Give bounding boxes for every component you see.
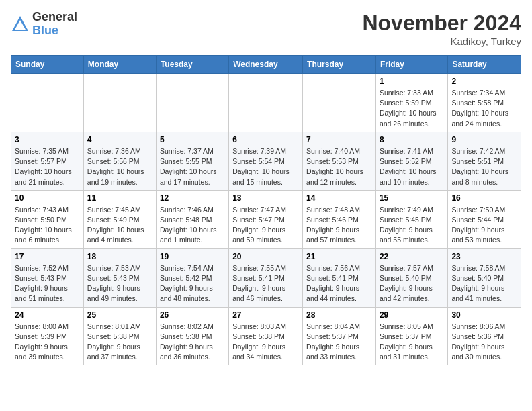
day-number: 18 <box>87 252 152 261</box>
day-info: Sunrise: 7:47 AMSunset: 5:47 PMDaylight:… <box>232 205 299 246</box>
calendar-cell: 30Sunrise: 8:06 AMSunset: 5:36 PMDayligh… <box>448 307 521 365</box>
logo-icon <box>11 15 30 34</box>
calendar-cell: 3Sunrise: 7:35 AMSunset: 5:57 PMDaylight… <box>11 132 84 190</box>
calendar-cell: 1Sunrise: 7:33 AMSunset: 5:59 PMDaylight… <box>375 74 447 132</box>
day-number: 12 <box>160 193 225 203</box>
day-number: 15 <box>380 193 444 203</box>
weekday-header: Thursday <box>303 56 376 74</box>
calendar-cell: 16Sunrise: 7:50 AMSunset: 5:44 PMDayligh… <box>448 190 521 248</box>
day-number: 6 <box>232 135 299 144</box>
day-number: 25 <box>87 310 152 320</box>
day-number: 9 <box>451 135 517 144</box>
day-info: Sunrise: 7:34 AMSunset: 5:58 PMDaylight:… <box>451 88 517 129</box>
calendar-cell: 24Sunrise: 8:00 AMSunset: 5:39 PMDayligh… <box>11 307 84 365</box>
day-info: Sunrise: 7:43 AMSunset: 5:50 PMDaylight:… <box>15 205 80 246</box>
day-number: 26 <box>160 310 225 320</box>
day-number: 13 <box>232 193 299 203</box>
calendar-cell: 5Sunrise: 7:37 AMSunset: 5:55 PMDaylight… <box>156 132 228 190</box>
day-info: Sunrise: 7:52 AMSunset: 5:43 PMDaylight:… <box>15 263 80 304</box>
calendar-cell: 13Sunrise: 7:47 AMSunset: 5:47 PMDayligh… <box>229 190 303 248</box>
day-info: Sunrise: 8:02 AMSunset: 5:38 PMDaylight:… <box>160 322 225 363</box>
weekday-header-row: SundayMondayTuesdayWednesdayThursdayFrid… <box>11 56 521 74</box>
calendar-cell: 10Sunrise: 7:43 AMSunset: 5:50 PMDayligh… <box>11 190 84 248</box>
calendar-cell: 15Sunrise: 7:49 AMSunset: 5:45 PMDayligh… <box>375 190 447 248</box>
day-number: 16 <box>451 193 517 203</box>
day-number: 2 <box>451 77 517 86</box>
day-info: Sunrise: 8:01 AMSunset: 5:38 PMDaylight:… <box>87 322 152 363</box>
day-number: 11 <box>87 193 152 203</box>
calendar-cell <box>229 74 303 132</box>
logo: General Blue <box>11 11 77 38</box>
calendar-cell: 18Sunrise: 7:53 AMSunset: 5:43 PMDayligh… <box>83 248 156 307</box>
day-number: 27 <box>232 310 299 320</box>
calendar-cell: 8Sunrise: 7:41 AMSunset: 5:52 PMDaylight… <box>375 132 447 190</box>
day-info: Sunrise: 8:00 AMSunset: 5:39 PMDaylight:… <box>15 322 80 363</box>
calendar-cell: 19Sunrise: 7:54 AMSunset: 5:42 PMDayligh… <box>156 248 228 307</box>
day-number: 21 <box>306 252 372 261</box>
day-number: 30 <box>451 310 517 320</box>
day-info: Sunrise: 7:53 AMSunset: 5:43 PMDaylight:… <box>87 263 152 304</box>
title-block: November 2024 Kadikoy, Turkey <box>362 11 521 47</box>
day-info: Sunrise: 7:42 AMSunset: 5:51 PMDaylight:… <box>451 146 517 187</box>
day-number: 24 <box>15 310 80 320</box>
calendar-cell: 4Sunrise: 7:36 AMSunset: 5:56 PMDaylight… <box>83 132 156 190</box>
calendar-cell <box>303 74 376 132</box>
day-number: 10 <box>15 193 80 203</box>
weekday-header: Tuesday <box>156 56 228 74</box>
weekday-header: Saturday <box>448 56 521 74</box>
day-info: Sunrise: 7:39 AMSunset: 5:54 PMDaylight:… <box>232 146 299 187</box>
calendar-week-row: 3Sunrise: 7:35 AMSunset: 5:57 PMDaylight… <box>11 132 521 190</box>
calendar-body: 1Sunrise: 7:33 AMSunset: 5:59 PMDaylight… <box>11 74 521 365</box>
calendar-cell: 21Sunrise: 7:56 AMSunset: 5:41 PMDayligh… <box>303 248 376 307</box>
calendar-cell: 7Sunrise: 7:40 AMSunset: 5:53 PMDaylight… <box>303 132 376 190</box>
calendar-cell: 14Sunrise: 7:48 AMSunset: 5:46 PMDayligh… <box>303 190 376 248</box>
logo-blue: Blue <box>32 24 77 38</box>
weekday-header: Wednesday <box>229 56 303 74</box>
day-info: Sunrise: 7:50 AMSunset: 5:44 PMDaylight:… <box>451 205 517 246</box>
day-number: 8 <box>380 135 444 144</box>
day-number: 22 <box>380 252 444 261</box>
logo-general: General <box>32 11 77 24</box>
calendar-cell <box>156 74 228 132</box>
month-title: November 2024 <box>362 11 521 36</box>
day-number: 1 <box>380 77 444 86</box>
calendar-cell: 23Sunrise: 7:58 AMSunset: 5:40 PMDayligh… <box>448 248 521 307</box>
calendar-cell: 17Sunrise: 7:52 AMSunset: 5:43 PMDayligh… <box>11 248 84 307</box>
calendar-cell: 6Sunrise: 7:39 AMSunset: 5:54 PMDaylight… <box>229 132 303 190</box>
day-info: Sunrise: 7:35 AMSunset: 5:57 PMDaylight:… <box>15 146 80 187</box>
day-info: Sunrise: 8:03 AMSunset: 5:38 PMDaylight:… <box>232 322 299 363</box>
calendar-week-row: 10Sunrise: 7:43 AMSunset: 5:50 PMDayligh… <box>11 190 521 248</box>
day-info: Sunrise: 7:54 AMSunset: 5:42 PMDaylight:… <box>160 263 225 304</box>
day-info: Sunrise: 7:36 AMSunset: 5:56 PMDaylight:… <box>87 146 152 187</box>
day-info: Sunrise: 7:45 AMSunset: 5:49 PMDaylight:… <box>87 205 152 246</box>
day-number: 29 <box>380 310 444 320</box>
day-info: Sunrise: 7:33 AMSunset: 5:59 PMDaylight:… <box>380 88 444 129</box>
day-info: Sunrise: 7:57 AMSunset: 5:40 PMDaylight:… <box>380 263 444 304</box>
logo-text: General Blue <box>32 11 77 38</box>
day-info: Sunrise: 7:41 AMSunset: 5:52 PMDaylight:… <box>380 146 444 187</box>
weekday-header: Sunday <box>11 56 84 74</box>
day-info: Sunrise: 7:37 AMSunset: 5:55 PMDaylight:… <box>160 146 225 187</box>
calendar-table: SundayMondayTuesdayWednesdayThursdayFrid… <box>11 55 521 365</box>
calendar-week-row: 24Sunrise: 8:00 AMSunset: 5:39 PMDayligh… <box>11 307 521 365</box>
calendar-cell: 2Sunrise: 7:34 AMSunset: 5:58 PMDaylight… <box>448 74 521 132</box>
day-info: Sunrise: 7:49 AMSunset: 5:45 PMDaylight:… <box>380 205 444 246</box>
location: Kadikoy, Turkey <box>362 36 521 47</box>
day-number: 19 <box>160 252 225 261</box>
calendar-cell: 29Sunrise: 8:05 AMSunset: 5:37 PMDayligh… <box>375 307 447 365</box>
calendar-cell: 20Sunrise: 7:55 AMSunset: 5:41 PMDayligh… <box>229 248 303 307</box>
calendar-cell: 11Sunrise: 7:45 AMSunset: 5:49 PMDayligh… <box>83 190 156 248</box>
calendar-cell: 12Sunrise: 7:46 AMSunset: 5:48 PMDayligh… <box>156 190 228 248</box>
day-info: Sunrise: 7:56 AMSunset: 5:41 PMDaylight:… <box>306 263 372 304</box>
calendar-cell: 26Sunrise: 8:02 AMSunset: 5:38 PMDayligh… <box>156 307 228 365</box>
day-number: 20 <box>232 252 299 261</box>
day-number: 5 <box>160 135 225 144</box>
day-info: Sunrise: 8:05 AMSunset: 5:37 PMDaylight:… <box>380 322 444 363</box>
day-info: Sunrise: 7:55 AMSunset: 5:41 PMDaylight:… <box>232 263 299 304</box>
calendar-cell: 22Sunrise: 7:57 AMSunset: 5:40 PMDayligh… <box>375 248 447 307</box>
day-info: Sunrise: 7:48 AMSunset: 5:46 PMDaylight:… <box>306 205 372 246</box>
day-info: Sunrise: 8:06 AMSunset: 5:36 PMDaylight:… <box>451 322 517 363</box>
calendar-cell <box>83 74 156 132</box>
day-info: Sunrise: 7:40 AMSunset: 5:53 PMDaylight:… <box>306 146 372 187</box>
weekday-header: Friday <box>375 56 447 74</box>
